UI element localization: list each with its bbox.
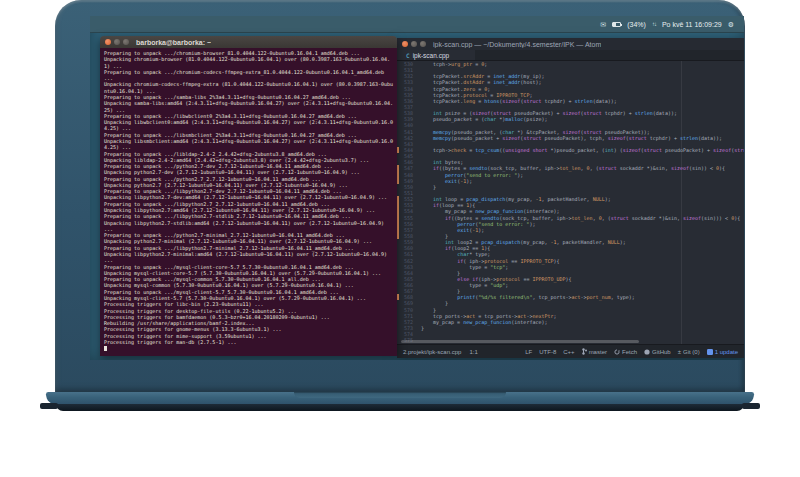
atom-titlebar[interactable]: ipk-scan.cpp — ~/Dokumenty/4.semester/IP… (397, 38, 744, 50)
session-gear-icon[interactable]: ⚙ (728, 21, 734, 28)
top-panel: ✉ (34%) ↑↓ Po kvě 11 16:09:29 ⚙ (90, 16, 744, 33)
laptop-base-notch (294, 392, 506, 398)
terminal-line: Unpacking python2.7-minimal (2.7.12-1ubu… (104, 238, 393, 244)
mail-icon[interactable]: ✉ (600, 21, 606, 28)
terminal-line: Unpacking samba-libs:amd64 (2:4.3.11+dfs… (104, 100, 393, 113)
terminal-titlebar[interactable]: barborka@barborka: ~ (100, 36, 397, 48)
tab-ipk-scan[interactable]: C ipk-scan.cpp (397, 50, 475, 60)
atom-window: ipk-scan.cpp — ~/Dokumenty/4.semester/IP… (397, 38, 744, 358)
network-arrows-icon[interactable]: ↑↓ (652, 21, 656, 27)
status-git-changes[interactable]: ± Git (0) (678, 349, 700, 355)
terminal-line: Unpacking libwbclient0:amd64 (2:4.3.11+d… (104, 119, 393, 132)
terminal-line: Unpacking mysql-common (5.7.30-0ubuntu0.… (104, 282, 393, 288)
battery-icon[interactable] (612, 22, 621, 27)
terminal-line: Preparing to unpack .../libsmbclient_2%3… (104, 132, 393, 138)
plus-minus-icon: ± (678, 349, 681, 355)
terminal-line: Unpacking libpython2.7-minimal:amd64 (2.… (104, 251, 393, 264)
code-editor[interactable]: 530 tcph->urg_ptr = 0;531 532 tcpPacket.… (397, 61, 744, 344)
status-file-path[interactable]: 2.projekt/ipk-scan.cpp (403, 349, 461, 355)
status-github[interactable]: GitHub (644, 349, 671, 355)
laptop-base-bottom (56, 404, 744, 411)
terminal-line: Preparing to unpack .../chromium-codecs-… (104, 69, 393, 82)
clock-indicator[interactable]: Po kvě 11 16:09:29 (662, 21, 722, 28)
terminal-line: Unpacking python2.7-dev (2.7.12-1ubuntu0… (104, 169, 393, 175)
branch-icon (582, 348, 587, 355)
terminal-line: Preparing to unpack .../libpython2.7-std… (104, 213, 393, 219)
status-bar: 2.projekt/ipk-scan.cpp 1:1 LF UTF-8 C++ … (397, 344, 744, 358)
minimize-button[interactable] (114, 39, 120, 45)
terminal-window: barborka@barborka: ~ Preparing to unpack… (100, 36, 397, 356)
status-fetch[interactable]: Fetch (614, 349, 637, 355)
status-line-ending[interactable]: LF (525, 349, 532, 355)
close-button[interactable] (402, 41, 408, 47)
terminal-cursor-line (104, 345, 393, 351)
minimize-button[interactable] (411, 41, 417, 47)
horizontal-scrollbar[interactable] (401, 340, 639, 343)
status-grammar[interactable]: C++ (563, 349, 574, 355)
refresh-icon (614, 349, 620, 355)
terminal-line: Unpacking chromium-codecs-ffmpeg-extra (… (104, 81, 393, 94)
terminal-line: Unpacking libpython2.7-stdlib:amd64 (2.7… (104, 220, 393, 233)
close-button[interactable] (105, 39, 111, 45)
update-package-icon (707, 349, 713, 355)
maximize-button[interactable] (420, 41, 426, 47)
terminal-line: Unpacking libsmbclient:amd64 (2:4.3.11+d… (104, 138, 393, 151)
terminal-line: Unpacking chromium-browser (81.0.4044.12… (104, 56, 393, 69)
laptop-foot-left (40, 403, 58, 409)
tab-bar: C ipk-scan.cpp (397, 50, 744, 61)
status-update-available[interactable]: 1 update (707, 349, 738, 355)
battery-percent: (34%) (627, 21, 646, 28)
maximize-button[interactable] (123, 39, 129, 45)
status-git-branch[interactable]: master (582, 348, 607, 355)
atom-title: ipk-scan.cpp — ~/Dokumenty/4.semester/IP… (433, 41, 601, 48)
laptop-mockup: ✉ (34%) ↑↓ Po kvě 11 16:09:29 ⚙ barborka… (0, 0, 800, 477)
github-icon (644, 349, 650, 355)
status-cursor-position[interactable]: 1:1 (469, 349, 477, 355)
terminal-line: Unpacking libpython2.7-dev:amd64 (2.7.12… (104, 194, 393, 200)
terminal-line: Preparing to unpack .../mysql-client-cor… (104, 264, 393, 270)
screen: ✉ (34%) ↑↓ Po kvě 11 16:09:29 ⚙ barborka… (90, 16, 744, 360)
terminal-cursor (104, 346, 107, 351)
tab-label: ipk-scan.cpp (413, 52, 450, 59)
status-encoding[interactable]: UTF-8 (539, 349, 556, 355)
terminal-title: barborka@barborka: ~ (136, 39, 211, 46)
cpp-file-icon: C (406, 52, 410, 59)
laptop-foot-right (742, 403, 760, 409)
terminal-output[interactable]: Preparing to unpack .../chromium-browser… (100, 48, 397, 356)
